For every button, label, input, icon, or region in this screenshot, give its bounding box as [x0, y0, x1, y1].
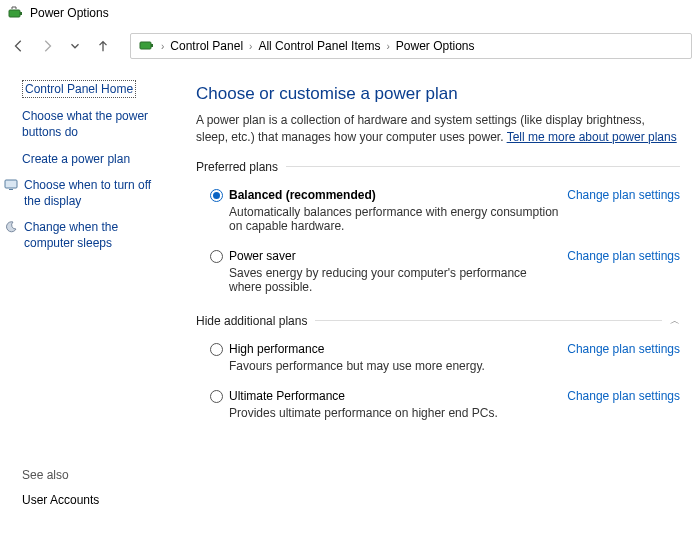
control-panel-home-link[interactable]: Control Panel Home	[22, 80, 136, 98]
sleep-icon	[4, 220, 18, 234]
plan-title[interactable]: Power saver	[229, 249, 559, 263]
change-plan-settings-link[interactable]: Change plan settings	[567, 342, 680, 356]
sidebar: Control Panel Home Choose what the power…	[0, 66, 176, 536]
plan-title[interactable]: Balanced (recommended)	[229, 188, 559, 202]
svg-rect-1	[20, 12, 22, 15]
back-button[interactable]	[8, 35, 30, 57]
preferred-plans-header: Preferred plans	[196, 160, 680, 174]
breadcrumb-item[interactable]: All Control Panel Items	[258, 39, 380, 53]
svg-rect-2	[140, 42, 151, 49]
additional-plans-header[interactable]: Hide additional plans ︿	[196, 314, 680, 328]
plan-ultimate-performance: Ultimate Performance Provides ultimate p…	[196, 385, 680, 432]
power-options-icon	[139, 37, 155, 56]
plan-title[interactable]: Ultimate Performance	[229, 389, 559, 403]
breadcrumb-item[interactable]: Control Panel	[170, 39, 243, 53]
chevron-right-icon[interactable]: ›	[249, 41, 252, 52]
section-title: Preferred plans	[196, 160, 278, 174]
plan-balanced: Balanced (recommended) Automatically bal…	[196, 184, 680, 245]
address-bar[interactable]: › Control Panel › All Control Panel Item…	[130, 33, 692, 59]
sidebar-link-turn-off-display[interactable]: Choose when to turn off the display	[24, 177, 166, 209]
chevron-up-icon[interactable]: ︿	[670, 314, 680, 328]
page-heading: Choose or customise a power plan	[196, 84, 680, 104]
section-title: Hide additional plans	[196, 314, 307, 328]
svg-rect-3	[151, 44, 153, 47]
power-options-icon	[8, 5, 24, 21]
change-plan-settings-link[interactable]: Change plan settings	[567, 188, 680, 202]
chevron-right-icon[interactable]: ›	[161, 41, 164, 52]
svg-rect-5	[9, 189, 13, 190]
navigation-bar: › Control Panel › All Control Panel Item…	[0, 26, 700, 66]
divider	[286, 166, 680, 167]
page-description: A power plan is a collection of hardware…	[196, 112, 680, 146]
window-title: Power Options	[30, 6, 109, 20]
radio-power-saver[interactable]	[210, 250, 223, 263]
sidebar-link-power-buttons[interactable]: Choose what the power buttons do	[22, 108, 166, 140]
change-plan-settings-link[interactable]: Change plan settings	[567, 249, 680, 263]
plan-high-performance: High performance Favours performance but…	[196, 338, 680, 385]
svg-rect-0	[9, 10, 20, 17]
plan-description: Favours performance but may use more ene…	[229, 359, 559, 373]
display-off-icon	[4, 178, 18, 192]
content-area: Control Panel Home Choose what the power…	[0, 66, 700, 536]
plan-description: Automatically balances performance with …	[229, 205, 559, 233]
up-button[interactable]	[92, 35, 114, 57]
plan-description: Saves energy by reducing your computer's…	[229, 266, 559, 294]
plan-description: Provides ultimate performance on higher …	[229, 406, 559, 420]
radio-ultimate-performance[interactable]	[210, 390, 223, 403]
see-also-section: See also User Accounts	[22, 468, 166, 526]
plan-power-saver: Power saver Saves energy by reducing you…	[196, 245, 680, 306]
breadcrumb-item[interactable]: Power Options	[396, 39, 475, 53]
forward-button[interactable]	[36, 35, 58, 57]
change-plan-settings-link[interactable]: Change plan settings	[567, 389, 680, 403]
recent-dropdown[interactable]	[64, 35, 86, 57]
window-titlebar: Power Options	[0, 0, 700, 26]
chevron-right-icon[interactable]: ›	[386, 41, 389, 52]
see-also-header: See also	[22, 468, 166, 482]
sidebar-link-create-plan[interactable]: Create a power plan	[22, 151, 166, 167]
radio-balanced[interactable]	[210, 189, 223, 202]
see-also-user-accounts[interactable]: User Accounts	[22, 492, 166, 508]
sidebar-link-computer-sleeps[interactable]: Change when the computer sleeps	[24, 219, 166, 251]
plan-title[interactable]: High performance	[229, 342, 559, 356]
radio-high-performance[interactable]	[210, 343, 223, 356]
tell-me-more-link[interactable]: Tell me more about power plans	[507, 130, 677, 144]
main-panel: Choose or customise a power plan A power…	[176, 66, 700, 536]
divider	[315, 320, 662, 321]
svg-rect-4	[5, 180, 17, 188]
